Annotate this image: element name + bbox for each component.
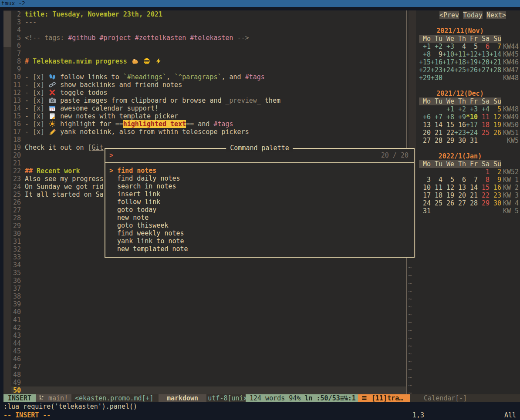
day-cell[interactable]: *10 (466, 113, 478, 121)
day-cell[interactable]: +26 (466, 66, 478, 74)
day-cell[interactable]: 6 (454, 176, 466, 184)
day-cell[interactable]: +29 (419, 74, 431, 82)
palette-item[interactable]: find weekly notes (105, 229, 414, 237)
day-cell[interactable]: 15 (478, 184, 490, 192)
day-cell[interactable]: 8 (478, 176, 490, 184)
day-cell[interactable]: +14 (490, 50, 501, 58)
day-cell[interactable]: 16 (490, 184, 501, 192)
day-cell[interactable]: +2 (431, 43, 442, 50)
command-line[interactable]: :lua require('telekasten').panel() (3, 403, 137, 410)
palette-item[interactable]: goto thisweek (105, 222, 414, 229)
day-cell[interactable]: 6 (478, 43, 490, 50)
day-cell[interactable]: 18 (431, 192, 442, 199)
day-cell[interactable]: 19 (490, 121, 501, 129)
day-cell[interactable]: 31 (466, 137, 478, 144)
palette-item[interactable]: yank link to note (105, 237, 414, 245)
day-cell[interactable]: +7 (431, 113, 442, 121)
day-cell[interactable]: 12 (490, 113, 501, 121)
day-cell[interactable]: +8 (442, 113, 454, 121)
day-cell[interactable]: 24 (419, 199, 431, 207)
day-cell[interactable]: 18 (478, 121, 490, 129)
day-cell[interactable]: 4 (431, 176, 442, 184)
day-cell[interactable]: +17 (442, 58, 454, 66)
day-cell[interactable]: 9 (431, 50, 442, 58)
day-cell[interactable]: 19 (442, 192, 454, 199)
day-cell[interactable]: 25 (431, 199, 442, 207)
day-cell[interactable]: +10 (442, 50, 454, 58)
day-cell[interactable]: 5 (490, 105, 501, 113)
day-cell[interactable]: +18 (454, 58, 466, 66)
nav-today-button[interactable]: Today (463, 11, 483, 19)
day-cell[interactable]: 26 (442, 199, 454, 207)
day-cell[interactable]: 4 (454, 43, 466, 50)
day-cell[interactable]: +6 (419, 113, 431, 121)
palette-item[interactable]: new templated note (105, 245, 414, 253)
day-cell[interactable]: 14 (431, 121, 442, 129)
palette-item[interactable]: insert link (105, 190, 414, 198)
day-cell[interactable]: 1 (478, 168, 490, 176)
day-cell[interactable]: +23 (454, 129, 466, 137)
palette-item[interactable]: follow link (105, 198, 414, 206)
day-cell[interactable]: 7 (466, 176, 478, 184)
day-cell[interactable]: 28 (466, 199, 478, 207)
day-cell[interactable]: +3 (442, 43, 454, 50)
day-cell[interactable]: 11 (478, 113, 490, 121)
day-cell[interactable]: 10 (419, 184, 431, 192)
scrollbar-track[interactable] (3, 10, 11, 394)
day-cell[interactable]: +28 (490, 66, 501, 74)
day-cell[interactable]: +13 (478, 50, 490, 58)
day-cell[interactable]: 30 (490, 199, 501, 207)
palette-item[interactable]: > find notes (105, 167, 414, 175)
day-cell[interactable]: 29 (442, 137, 454, 144)
day-cell[interactable]: 5 (466, 43, 478, 50)
day-cell[interactable]: 9 (490, 176, 501, 184)
day-cell[interactable]: +19 (466, 58, 478, 66)
day-cell[interactable]: 2 (490, 168, 501, 176)
palette-item[interactable]: new note (105, 214, 414, 222)
day-cell[interactable]: +11 (454, 50, 466, 58)
day-cell[interactable]: 7 (490, 43, 501, 50)
day-cell[interactable]: +30 (431, 74, 442, 82)
palette-item[interactable]: goto today (105, 206, 414, 214)
day-cell[interactable]: +1 (419, 43, 431, 50)
day-cell[interactable]: 22 (442, 129, 454, 137)
day-cell[interactable]: +4 (478, 105, 490, 113)
day-cell[interactable]: 14 (466, 184, 478, 192)
day-cell[interactable]: +1 (442, 105, 454, 113)
day-cell[interactable]: +2 (454, 105, 466, 113)
day-cell[interactable]: 13 (454, 184, 466, 192)
day-cell[interactable]: 26 (490, 129, 501, 137)
day-cell[interactable]: 30 (454, 137, 466, 144)
day-cell[interactable]: +15 (419, 58, 431, 66)
day-cell[interactable]: 15 (442, 121, 454, 129)
day-cell[interactable]: +24 (442, 66, 454, 74)
day-cell[interactable]: 31 (419, 207, 431, 215)
day-cell[interactable]: 29 (478, 199, 490, 207)
day-cell[interactable]: +9 (454, 113, 466, 121)
day-cell[interactable]: +21 (490, 58, 501, 66)
day-cell[interactable]: +8 (419, 50, 431, 58)
day-cell[interactable]: 27 (419, 137, 431, 144)
day-cell[interactable]: 16 (454, 121, 466, 129)
day-cell[interactable]: 12 (442, 184, 454, 192)
day-cell[interactable]: +16 (431, 58, 442, 66)
palette-item[interactable]: find daily notes (105, 175, 414, 182)
day-cell[interactable]: 27 (454, 199, 466, 207)
palette-item[interactable]: search in notes (105, 182, 414, 190)
day-cell[interactable]: 17 (419, 192, 431, 199)
day-cell[interactable]: 21 (431, 129, 442, 137)
scrollbar-thumb[interactable] (3, 11, 11, 47)
day-cell[interactable]: +24 (466, 129, 478, 137)
day-cell[interactable]: 21 (466, 192, 478, 199)
nav-prev-button[interactable]: <Prev (439, 11, 459, 19)
day-cell[interactable]: 25 (478, 129, 490, 137)
day-cell[interactable]: +27 (478, 66, 490, 74)
palette-prompt-row[interactable]: > 20 / 20 (105, 149, 414, 163)
day-cell[interactable]: +25 (454, 66, 466, 74)
day-cell[interactable]: 20 (454, 192, 466, 199)
nav-next-button[interactable]: Next> (486, 11, 506, 19)
day-cell[interactable]: 5 (442, 176, 454, 184)
day-cell[interactable]: +20 (478, 58, 490, 66)
day-cell[interactable]: +12 (466, 50, 478, 58)
day-cell[interactable]: +3 (466, 105, 478, 113)
